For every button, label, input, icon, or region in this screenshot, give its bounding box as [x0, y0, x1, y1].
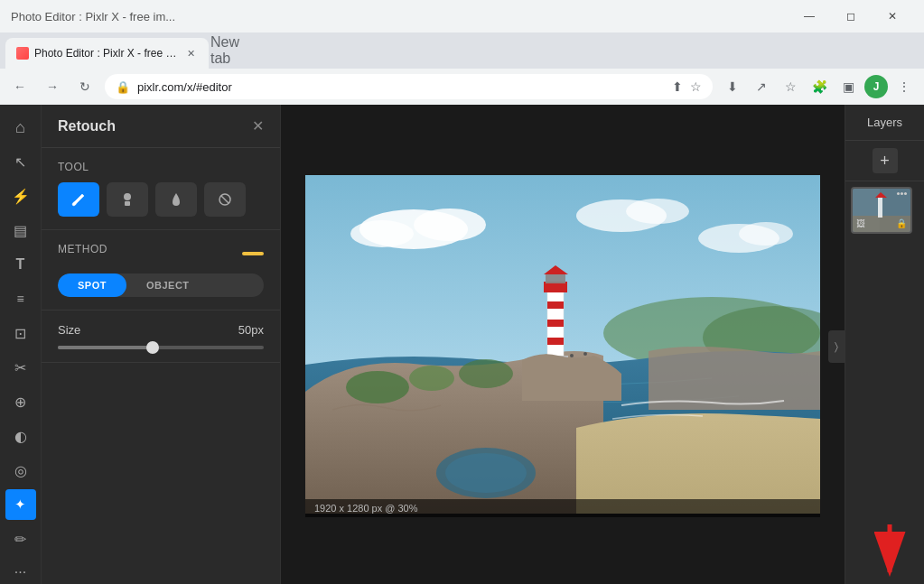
size-slider-thumb[interactable] [146, 341, 159, 354]
tool-section: Tool [42, 148, 280, 230]
method-indicator [242, 252, 264, 255]
download-icon[interactable]: ⬇ [720, 74, 745, 99]
tool-cursor[interactable]: ↖ [5, 146, 36, 177]
win-title-left: Photo Editor : Pixlr X - free im... [11, 10, 175, 23]
layers-panel: Layers + 🔒 [845, 105, 924, 584]
object-method-btn[interactable]: OBJECT [126, 273, 210, 297]
bookmark-star-icon[interactable]: ☆ [690, 79, 702, 94]
extensions-icon[interactable]: 🧩 [807, 74, 832, 99]
svg-rect-20 [547, 301, 564, 309]
app-container: ⌂ ↖ ⚡ ▤ T ≡ ⊡ ✂ ⊕ ◐ ◎ ✦ ✏ ··· Retouch ✕ … [0, 105, 924, 584]
canvas-area: 1920 x 1280 px @ 30% 〉 [281, 105, 845, 584]
brush-tool-btn[interactable] [58, 182, 99, 217]
add-layer-button[interactable]: + [873, 148, 898, 173]
size-label: Size [58, 323, 80, 337]
tool-adjust[interactable]: ⊕ [5, 386, 36, 417]
size-section: Size 50px [42, 311, 280, 363]
sidebar-toggle-icon[interactable]: ▣ [835, 74, 861, 99]
svg-point-0 [124, 193, 131, 200]
canvas-container: 1920 x 1280 px @ 30% [305, 175, 820, 517]
collapse-panel-btn[interactable]: 〉 [828, 330, 845, 363]
svg-point-15 [409, 366, 454, 391]
svg-point-14 [346, 371, 409, 403]
active-tab[interactable]: Photo Editor : Pixlr X - free im... ✕ [5, 38, 209, 69]
method-section-label: Method [58, 243, 107, 255]
tool-brush[interactable]: ✏ [5, 524, 36, 554]
refresh-button[interactable]: ↻ [72, 74, 98, 99]
win-title-text: Photo Editor : Pixlr X - free im... [11, 10, 175, 23]
layer-thumbnail[interactable]: 🔒 🖼 [851, 187, 912, 234]
tool-buttons [58, 182, 264, 217]
layer-image-icon: 🖼 [856, 218, 865, 228]
panel-title: Retouch [58, 118, 116, 134]
stamp-tool-btn[interactable] [107, 182, 148, 217]
layers-add-row: + [845, 141, 924, 181]
method-buttons: SPOT OBJECT [58, 273, 264, 297]
tab-label: Photo Editor : Pixlr X - free im... [34, 47, 179, 60]
svg-point-6 [414, 209, 486, 241]
win-minimize-btn[interactable]: ― [789, 0, 830, 32]
size-slider-track[interactable] [58, 346, 264, 349]
tool-scissors[interactable]: ✂ [5, 352, 36, 383]
retouch-panel: Retouch ✕ Tool [42, 105, 281, 584]
tool-lightning[interactable]: ⚡ [5, 181, 36, 211]
tool-text[interactable]: T [5, 249, 36, 280]
svg-point-28 [583, 352, 587, 356]
address-icons: ⬆ ☆ [672, 79, 702, 94]
layer-lock-icon: 🔒 [896, 218, 907, 228]
drop-tool-btn[interactable] [155, 182, 197, 217]
tool-layers[interactable]: ▤ [5, 215, 36, 246]
tool-wand[interactable]: ✦ [5, 489, 36, 520]
svg-rect-22 [547, 338, 564, 345]
panel-header: Retouch ✕ [42, 105, 280, 148]
panel-close-button[interactable]: ✕ [252, 117, 264, 134]
url-text: pixlr.com/x/#editor [137, 80, 232, 94]
layer-menu[interactable] [897, 192, 907, 195]
address-input[interactable]: 🔒 pixlr.com/x/#editor ⬆ ☆ [105, 74, 713, 99]
canvas-status-text: 1920 x 1280 px @ 30% [314, 503, 418, 514]
new-tab-button[interactable]: New tab [212, 38, 238, 63]
tab-bar: Photo Editor : Pixlr X - free im... ✕ Ne… [0, 32, 924, 69]
layer-item[interactable]: 🔒 🖼 [845, 181, 924, 239]
method-header: Method [58, 243, 264, 264]
tool-lines[interactable]: ≡ [5, 283, 36, 314]
menu-icon[interactable]: ⋮ [891, 74, 917, 99]
tab-close-icon[interactable]: ✕ [184, 46, 198, 61]
tool-crop[interactable]: ⊡ [5, 318, 36, 348]
svg-point-11 [739, 222, 793, 246]
left-toolbar: ⌂ ↖ ⚡ ▤ T ≡ ⊡ ✂ ⊕ ◐ ◎ ✦ ✏ ··· [0, 105, 42, 584]
eraser-tool-btn[interactable] [204, 182, 246, 217]
svg-rect-24 [546, 274, 565, 283]
svg-point-9 [626, 199, 689, 224]
svg-rect-32 [878, 198, 882, 218]
svg-rect-1 [125, 201, 130, 206]
tool-spiral[interactable]: ◎ [5, 455, 36, 486]
tool-section-label: Tool [58, 161, 264, 173]
external-link-icon[interactable]: ↗ [749, 74, 774, 99]
svg-line-3 [221, 196, 229, 203]
forward-button[interactable]: → [40, 74, 65, 99]
win-close-btn[interactable]: ✕ [872, 0, 913, 32]
tool-more[interactable]: ··· [14, 564, 26, 580]
layers-title: Layers [845, 105, 924, 141]
tab-favicon [16, 47, 29, 60]
method-section: Method SPOT OBJECT [42, 230, 280, 311]
svg-point-18 [445, 453, 527, 493]
tool-halfcircle[interactable]: ◐ [5, 421, 36, 451]
lock-icon: 🔒 [116, 80, 130, 94]
win-title-bar: Photo Editor : Pixlr X - free im... ― ◻ … [0, 0, 924, 32]
svg-rect-21 [547, 320, 564, 327]
win-controls: ― ◻ ✕ [789, 0, 913, 32]
tool-home[interactable]: ⌂ [5, 112, 36, 143]
canvas-status: 1920 x 1280 px @ 30% [305, 499, 820, 517]
address-bar: ← → ↻ 🔒 pixlr.com/x/#editor ⬆ ☆ ⬇ ↗ ☆ 🧩 … [0, 69, 924, 105]
profile-avatar[interactable]: J [864, 75, 888, 98]
win-maximize-btn[interactable]: ◻ [830, 0, 872, 32]
back-button[interactable]: ← [7, 74, 33, 99]
svg-point-7 [350, 220, 414, 247]
share-icon[interactable]: ⬆ [672, 79, 683, 94]
canvas-image [305, 175, 820, 514]
size-row: Size 50px [58, 323, 264, 337]
spot-method-btn[interactable]: SPOT [58, 273, 126, 297]
star-icon[interactable]: ☆ [778, 74, 803, 99]
